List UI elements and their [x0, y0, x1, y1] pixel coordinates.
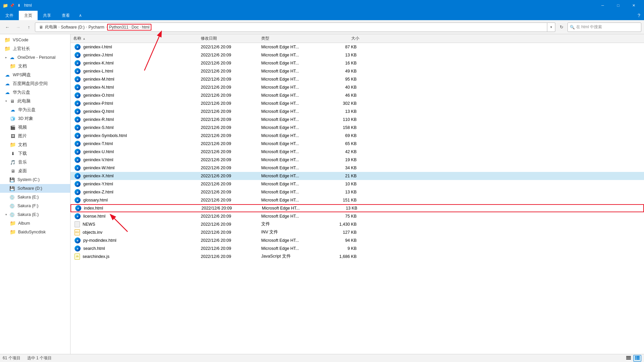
file-size: 49 KB	[326, 69, 359, 74]
table-row[interactable]: e genindex-Symbols.html 2022/12/6 20:09 …	[71, 132, 644, 140]
table-row[interactable]: e genindex-K.html 2022/12/6 20:09 Micros…	[71, 59, 644, 67]
breadcrumb-pycharm[interactable]: Pycharm	[87, 25, 105, 30]
breadcrumb-python311[interactable]: Python311	[108, 25, 129, 30]
file-date: 2022/12/6 20:09	[198, 157, 259, 162]
file-date: 2022/12/6 20:09	[198, 133, 259, 138]
close-button[interactable]: ✕	[626, 0, 641, 11]
breadcrumb-software[interactable]: Software (D:)	[60, 25, 86, 30]
table-row[interactable]: e license.html 2022/12/6 20:09 Microsoft…	[71, 212, 644, 220]
table-row[interactable]: e genindex-S.html 2022/12/6 20:09 Micros…	[71, 124, 644, 132]
ribbon-collapse-button[interactable]: ∧	[75, 11, 85, 20]
table-row[interactable]: e genindex-I.html 2022/12/6 20:09 Micros…	[71, 43, 644, 51]
sidebar-item-docs[interactable]: 📁 文档	[0, 62, 70, 71]
column-date[interactable]: 修改日期	[198, 36, 259, 41]
file-size: 151 KB	[326, 198, 359, 202]
tab-share[interactable]: 共享	[38, 11, 56, 20]
column-size[interactable]: 大小	[326, 36, 359, 41]
tab-home[interactable]: 主页	[19, 11, 38, 20]
sidebar-item-desktop[interactable]: 🖥 桌面	[0, 167, 70, 175]
table-row[interactable]: e genindex-P.html 2022/12/6 20:09 Micros…	[71, 99, 644, 107]
sidebar-item-sakurae[interactable]: 💿 Sakura (E:)	[0, 193, 70, 201]
minimize-button[interactable]: ─	[595, 0, 610, 11]
search-bar[interactable]: 🔍 在 html 中搜索	[567, 22, 641, 32]
sidebar-item-sakurae2[interactable]: ▾ 💿 Sakura (E:)	[0, 210, 70, 219]
table-row[interactable]: e genindex-Z.html 2022/12/6 20:09 Micros…	[71, 188, 644, 196]
maximize-button[interactable]: □	[610, 0, 626, 11]
breadcrumb-html[interactable]: html	[141, 25, 150, 30]
edge-file-icon: e	[75, 141, 81, 147]
sidebar-item-music[interactable]: 🎵 音乐	[0, 158, 70, 167]
table-row[interactable]: e genindex-X.html 2022/12/6 20:09 Micros…	[71, 172, 644, 180]
up-button[interactable]: ↑	[24, 22, 34, 32]
back-button[interactable]: ←	[3, 22, 12, 32]
breadcrumb-computer[interactable]: 🖥 此电脑	[37, 24, 58, 30]
sidebar-item-documents[interactable]: 📁 文档	[0, 140, 70, 149]
cloud-icon: ☁	[9, 54, 15, 61]
table-row[interactable]: e genindex-T.html 2022/12/6 20:09 Micros…	[71, 140, 644, 148]
forward-button[interactable]: →	[13, 22, 23, 32]
sidebar-item-baidu[interactable]: ☁ 百度网盘同步空间	[0, 79, 70, 88]
sidebar-item-downloads[interactable]: ⬇ 下载	[0, 149, 70, 158]
sidebar-item-sysc[interactable]: 💾 System (C:)	[0, 175, 70, 184]
table-row[interactable]: e genindex-Q.html 2022/12/6 20:09 Micros…	[71, 107, 644, 116]
sidebar-item-softd[interactable]: 💾 Software (D:)	[0, 184, 70, 193]
file-size: 40 KB	[326, 85, 359, 90]
file-type: Microsoft Edge HT...	[259, 133, 326, 138]
table-row[interactable]: e genindex-L.html 2022/12/6 20:09 Micros…	[71, 67, 644, 75]
file-type: Microsoft Edge HT...	[259, 149, 326, 154]
sidebar-item-3dobj[interactable]: 🧊 3D 对象	[0, 114, 70, 123]
table-row[interactable]: NEWS 2022/12/6 20:09 文件 1,430 KB	[71, 220, 644, 228]
table-row[interactable]: e glossary.html 2022/12/6 20:09 Microsof…	[71, 196, 644, 204]
sidebar-item-huawei2[interactable]: ☁ 华为云盘	[0, 105, 70, 114]
table-row[interactable]: e genindex-U.html 2022/12/6 20:09 Micros…	[71, 148, 644, 156]
table-row[interactable]: e genindex-M.html 2022/12/6 20:09 Micros…	[71, 75, 644, 83]
file-type: Microsoft Edge HT...	[259, 141, 326, 146]
file-size: 42 KB	[326, 149, 359, 154]
file-date: 2022/12/6 20:09	[198, 230, 259, 235]
expand-icon: ▾	[4, 99, 8, 103]
sidebar-item-official[interactable]: 📁 上官社长	[0, 44, 70, 53]
column-name[interactable]: 名称 ▲	[71, 36, 198, 41]
table-row[interactable]: e genindex-V.html 2022/12/6 20:09 Micros…	[71, 156, 644, 164]
file-type: Microsoft Edge HT...	[259, 61, 326, 65]
sidebar-item-huawei-cloud[interactable]: ☁ 华为云盘	[0, 88, 70, 97]
sidebar-item-vscode[interactable]: 📁 VSCode	[0, 36, 70, 44]
breadcrumb-doc[interactable]: Doc	[131, 25, 139, 30]
sidebar-item-album[interactable]: 📁 Album	[0, 219, 70, 228]
tab-view[interactable]: 查看	[56, 11, 75, 20]
file-list-header: 名称 ▲ 修改日期 类型 大小	[71, 34, 644, 43]
breadcrumb-bar[interactable]: 🖥 此电脑 › Software (D:) › Pycharm › Python…	[35, 22, 547, 32]
sidebar-item-sakuraf[interactable]: 💿 Sakura (F:)	[0, 201, 70, 210]
sidebar-item-baidusync[interactable]: 📁 BaiduSyncdisk	[0, 228, 70, 236]
table-row[interactable]: INV objects.inv 2022/12/6 20:09 INV 文件 1…	[71, 228, 644, 236]
sidebar-item-onedrive[interactable]: ▸ ☁ OneDrive - Personal	[0, 53, 70, 62]
edge-file-icon: e	[75, 125, 81, 131]
table-row[interactable]: e genindex-O.html 2022/12/6 20:09 Micros…	[71, 91, 644, 99]
help-button[interactable]: ?	[634, 11, 644, 20]
list-view-button[interactable]	[625, 355, 633, 362]
table-row[interactable]: e genindex-W.html 2022/12/6 20:09 Micros…	[71, 164, 644, 172]
sidebar-item-pictures[interactable]: 🖼 图片	[0, 132, 70, 140]
file-name: genindex-U.html	[83, 149, 114, 154]
column-type[interactable]: 类型	[259, 36, 326, 41]
table-row[interactable]: e index.html 2022/12/6 20:09 Microsoft E…	[71, 204, 644, 212]
file-size: 46 KB	[326, 93, 359, 98]
breadcrumb-highlighted[interactable]: Python311 › Doc › html	[107, 24, 151, 31]
table-row[interactable]: e py-modindex.html 2022/12/6 20:09 Micro…	[71, 236, 644, 244]
sidebar-item-wps[interactable]: ☁ WPS网盘	[0, 71, 70, 79]
sidebar-label: 百度网盘同步空间	[13, 81, 48, 87]
refresh-button[interactable]: ↻	[557, 22, 566, 32]
tab-file[interactable]: 文件	[0, 11, 19, 20]
table-row[interactable]: e search.html 2022/12/6 20:09 Microsoft …	[71, 244, 644, 253]
file-name: genindex-O.html	[83, 93, 114, 98]
file-size: 10 KB	[326, 182, 359, 186]
table-row[interactable]: e genindex-R.html 2022/12/6 20:09 Micros…	[71, 116, 644, 124]
table-row[interactable]: e genindex-Y.html 2022/12/6 20:09 Micros…	[71, 180, 644, 188]
table-row[interactable]: JS searchindex.js 2022/12/6 20:09 JavaSc…	[71, 253, 644, 261]
sidebar-item-video[interactable]: 🎬 视频	[0, 123, 70, 132]
table-row[interactable]: e genindex-N.html 2022/12/6 20:09 Micros…	[71, 83, 644, 91]
detail-view-button[interactable]	[633, 355, 641, 362]
table-row[interactable]: e genindex-J.html 2022/12/6 20:09 Micros…	[71, 51, 644, 59]
breadcrumb-dropdown-button[interactable]: ▾	[547, 22, 555, 32]
sidebar-item-thispc[interactable]: ▾ 🖥 此电脑	[0, 97, 70, 105]
